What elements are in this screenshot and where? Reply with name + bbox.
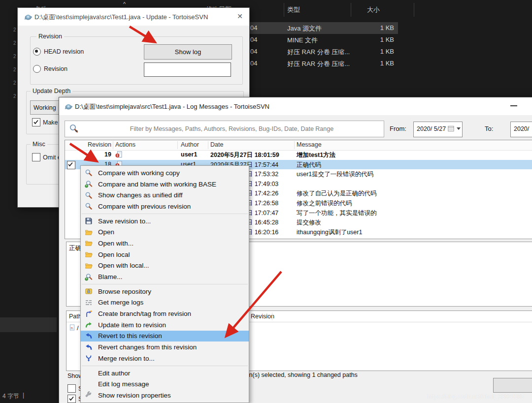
file-type: 好压 RAR 分卷 压缩... [287,60,350,68]
menu-item-browse-repository[interactable]: Browse repository [81,286,249,297]
menu-item-open-local[interactable]: Open local [81,249,249,260]
cell-message: user1提交了一段错误的代码 [297,170,373,179]
file-date-fragment: 04 [250,60,257,67]
magnifier-icon [84,191,94,199]
update-icon [84,321,94,329]
menu-separator [81,401,249,403]
explorer-file-row[interactable]: 04好压 RAR 分卷 压缩...1 KB [249,46,398,58]
folder-icon [84,228,94,236]
header-path[interactable]: Path [69,313,82,320]
log-filter-box[interactable] [65,121,384,137]
save-icon [84,217,94,225]
misc-group-label: Misc [31,141,47,148]
csdn-watermark: https://blog.csdn.net/ahait_33921105 [428,393,524,400]
menu-item-label: Open with... [98,240,133,247]
blame-magnifier-icon [84,273,94,281]
explorer-selected-strip [0,317,57,332]
log-revision-row[interactable]: 19user12020年5月27日 18:01:59增加test1方法 [65,150,532,160]
menu-item-label: Open local [98,251,130,258]
update-dialog-titlebar[interactable]: D:\桌面\test\simplejava\src\Test1.java - U… [18,8,249,26]
cell-message: 正确代码 [297,161,321,169]
revision-radio-label[interactable]: Revision [44,65,67,72]
explorer-file-row[interactable]: 04MINE 文件1 KB [249,34,398,46]
header-date[interactable]: Date [210,141,223,148]
header-revision[interactable]: Revision [77,141,111,148]
show-option-checkbox-1[interactable] [67,384,76,393]
head-revision-radio[interactable] [33,48,41,56]
make-depth-sticky-checkbox[interactable] [32,118,40,126]
menu-item-edit-log-message[interactable]: Edit log message [81,378,249,390]
chevron-down-icon[interactable] [457,127,461,130]
merge-logs-icon [84,298,94,307]
menu-item-compare-and-blame-with-working-base[interactable]: Compare and blame with working BASE [81,179,249,190]
explorer-column-size[interactable]: 大小 [367,5,380,14]
to-date-picker[interactable]: 2020/ [510,122,532,137]
menu-item-create-branch-tag-from-revision[interactable]: Create branch/tag from revision [81,308,249,319]
repo-icon [84,287,94,296]
header-author[interactable]: Author [181,141,199,148]
cell-date: 2020年5月27日 18:01:59 [210,151,279,159]
log-filter-input[interactable] [82,122,382,136]
from-date-picker[interactable]: 2020/ 5/27 [413,122,463,137]
menu-item-update-item-to-revision[interactable]: Update item to revision [81,319,249,331]
file-date-fragment: 04 [250,48,257,55]
header-path-revision[interactable]: Revision [251,313,274,320]
menu-item-open[interactable]: Open [81,226,249,238]
changed-path-entry[interactable]: / [77,325,78,332]
show-log-button[interactable]: Show log [144,44,232,60]
menu-item-get-merge-logs[interactable]: Get merge logs [81,297,249,309]
revision-row-checkbox[interactable] [67,161,75,169]
menu-item-open-with-local[interactable]: Open with local... [81,260,249,272]
tortoisesvn-icon [64,102,73,111]
file-size: 1 KB [380,36,394,43]
menu-item-revert-changes-from-this-revision[interactable]: Revert changes from this revision [81,341,249,353]
close-icon[interactable]: ✕ [237,12,243,20]
menu-item-blame[interactable]: Blame... [81,271,249,282]
log-dialog-titlebar[interactable]: D:\桌面\test\simplejava\src\Test1.java - L… [59,97,532,115]
menu-item-label: Edit log message [98,380,149,388]
file-size: 1 KB [380,48,394,55]
column-divider [414,3,414,17]
menu-item-label: Blame... [98,273,123,280]
file-date-fragment: 04 [250,36,257,43]
menu-separator [81,364,249,368]
header-message[interactable]: Message [297,141,322,148]
cell-message: 增加test1方法 [297,151,335,159]
update-dialog-title: D:\桌面\test\simplejava\src\Test1.java - U… [34,13,208,22]
menu-item-label: Show changes as unified diff [98,191,183,199]
modified-action-icon [115,151,122,159]
explorer-file-row[interactable]: 04好压 RAR 分卷 压缩...1 KB [249,58,398,69]
revision-radio[interactable] [33,65,41,73]
explorer-file-row[interactable]: 04Java 源文件1 KB [249,22,398,34]
show-option-checkbox-2[interactable] [67,395,76,403]
explorer-column-type[interactable]: 类型 [287,5,300,14]
log-list-header: Revision Actions Author Date Message [65,140,532,151]
cell-message: ithaungqing讽刺了user1 [297,228,362,237]
clipped-date-fragment: 2 [13,93,16,99]
folder-icon [84,250,94,259]
search-icon[interactable] [69,124,79,135]
menu-item-compare-with-working-copy[interactable]: Compare with working copy [81,167,249,179]
menu-item-open-with[interactable]: Open with... [81,238,249,249]
omit-externals-checkbox[interactable] [32,153,40,161]
minimize-icon[interactable] [510,105,517,106]
menu-item-label: Update item to revision [98,321,166,329]
revision-group: Revision HEAD revision Revision Show log [30,36,243,85]
head-revision-label[interactable]: HEAD revision [44,48,84,55]
clipped-date-fragment: 2 [13,27,16,32]
bottom-right-button[interactable] [493,378,532,393]
menu-item-label: Open with local... [98,262,149,269]
menu-item-save-revision-to[interactable]: Save revision to... [81,216,249,227]
menu-item-label: Compare with working copy [98,169,180,177]
menu-item-revert-to-this-revision[interactable]: Revert to this revision [81,331,249,342]
cell-message: 修改之前错误的代码 [297,199,352,208]
menu-item-merge-revision-to[interactable]: Merge revision to... [81,353,249,364]
menu-item-edit-author[interactable]: Edit author [81,368,249,379]
menu-item-show-revision-properties[interactable]: Show revision properties [81,390,249,401]
revision-group-label: Revision [36,33,64,40]
revision-number-input[interactable] [144,62,231,77]
menu-item-show-changes-as-unified-diff[interactable]: Show changes as unified diff [81,189,249,201]
header-actions[interactable]: Actions [115,141,135,148]
make-checkbox-label[interactable]: Make [43,119,58,126]
menu-item-compare-with-previous-revision[interactable]: Compare with previous revision [81,201,249,212]
